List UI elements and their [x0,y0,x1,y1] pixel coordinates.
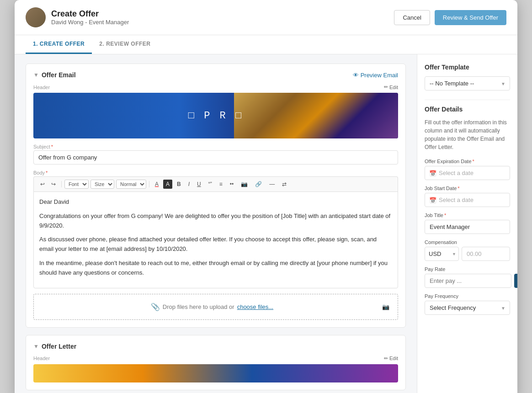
pay-frequency-label: Pay Frequency [425,293,510,299]
collapse-icon[interactable]: ▼ [33,72,39,78]
offer-letter-section: ▼ Offer Letter Header ✏ Edit [26,335,406,390]
expiration-required: * [473,159,474,164]
link-button[interactable]: 🔗 [252,180,265,189]
offer-letter-collapse-icon[interactable]: ▼ [33,343,39,350]
tab-create-offer[interactable]: 1. CREATE OFFER [26,35,92,54]
pay-rate-inputs: Choose... [425,274,510,288]
compensation-label: Compensation [425,239,510,245]
subject-input[interactable] [33,150,398,165]
body-field-row: Body * ↩ ↪ Font Size [33,170,398,288]
job-title-row: Job Title * [425,212,510,234]
body-required: * [46,170,48,175]
file-drop-zone[interactable]: 📎 Drop files here to upload or choose fi… [33,294,398,320]
offer-letter-header-label: Header [33,356,50,361]
pencil-icon-2: ✏ [384,356,388,361]
choose-files-link[interactable]: choose files... [237,303,274,310]
expiration-label: Offer Expiration Date * [425,159,510,164]
header-edit-button[interactable]: ✏ Edit [384,84,398,90]
job-start-date-input[interactable] [425,193,510,207]
review-send-button[interactable]: Review & Send Offer [435,10,506,25]
calendar-icon-1: 📅 [429,170,436,176]
expiration-date-row: Offer Expiration Date * 📅 [425,159,510,180]
job-title-label: Job Title * [425,212,510,218]
bold-button[interactable]: B [174,180,184,189]
job-title-input[interactable] [425,220,510,234]
image-button[interactable]: 📷 [238,180,250,189]
offer-template-block: Offer Template -- No Template -- [425,64,510,90]
expiration-date-input[interactable] [425,166,510,180]
email-header-image: □ P R □ [33,93,398,138]
city-background [234,93,398,138]
font-color-button[interactable]: A [152,180,161,189]
offer-letter-header-row: Header ✏ Edit [33,356,398,361]
blockquote-button[interactable]: “” [206,180,215,189]
pay-rate-input[interactable] [425,274,511,288]
subject-required: * [51,144,53,149]
body-label: Body * [33,170,398,175]
offer-letter-header: ▼ Offer Letter [33,343,398,350]
compensation-inputs: USD [425,247,510,261]
job-title-required: * [444,212,446,218]
pay-frequency-row: Pay Frequency Select Frequency [425,293,510,315]
offer-template-title: Offer Template [425,64,510,71]
offer-details-title: Offer Details [425,106,510,113]
redo-button[interactable]: ↪ [48,180,59,189]
template-select[interactable]: -- No Template -- [425,76,510,90]
opro-logo: □ P R □ [188,110,243,122]
pay-rate-label: Pay Rate [425,266,510,272]
offer-letter-title: ▼ Offer Letter [33,343,76,350]
job-start-label: Job Start Date * [425,186,510,191]
pay-frequency-select[interactable]: Select Frequency [425,301,510,315]
modal-title: Create Offer [51,9,129,19]
cancel-button[interactable]: Cancel [394,10,430,25]
job-start-required: * [458,186,459,191]
toolbar-divider-2 [149,181,149,187]
email-header-row: Header ✏ Edit [33,84,398,90]
hr-button[interactable]: ― [266,180,277,189]
modal-container: Create Offer David Wong - Event Manager … [15,0,517,393]
title-block: Create Offer David Wong - Event Manager [51,9,129,26]
pay-rate-row-wrapper: Pay Rate Choose... [425,266,510,288]
offer-details-desc: Fill out the offer information in this c… [425,118,510,151]
toolbar-divider-1 [61,181,62,187]
header-actions: Cancel Review & Send Offer [394,10,506,25]
eye-icon: 👁 [353,72,359,79]
rich-toolbar: ↩ ↪ Font Size Normal [33,176,398,191]
header-left: Create Offer David Wong - Event Manager [26,7,129,27]
main-content: ▼ Offer Email 👁 Preview Email Header ✏ E… [15,54,417,393]
preview-email-link[interactable]: 👁 Preview Email [353,72,398,79]
italic-button[interactable]: I [186,180,192,189]
font-select[interactable]: Font [64,180,89,189]
compensation-amount-input[interactable] [462,247,510,261]
offer-letter-edit-button[interactable]: ✏ Edit [384,356,398,361]
expiration-date-wrapper: 📅 [425,166,510,180]
tab-review-offer[interactable]: 2. REVIEW OFFER [92,35,158,54]
undo-redo-group: ↩ ↪ [37,180,59,189]
email-body-editor[interactable]: Dear David Congratulations on your offer… [33,191,398,288]
camera-icon[interactable]: 📷 [382,303,389,310]
align-button[interactable]: ⇄ [279,180,289,189]
modal-body: ▼ Offer Email 👁 Preview Email Header ✏ E… [15,54,517,393]
underline-button[interactable]: U [194,180,204,189]
format-select[interactable]: Normal [116,180,146,189]
currency-wrapper: USD [425,247,459,261]
ordered-list-button[interactable]: ≡ [217,180,225,189]
highlight-button[interactable]: A [163,180,172,189]
job-start-date-wrapper: 📅 [425,193,510,207]
unordered-list-button[interactable]: •• [227,180,236,189]
template-select-wrapper: -- No Template -- [425,76,510,90]
offer-letter-header-image [33,364,398,382]
calendar-icon-2: 📅 [429,196,436,203]
offer-email-title: ▼ Offer Email [33,71,76,79]
header-label: Header [33,85,50,90]
avatar-image [26,7,46,27]
modal-header: Create Offer David Wong - Event Manager … [15,0,517,35]
choose-pay-rate-button[interactable]: Choose... [514,274,517,288]
job-start-date-row: Job Start Date * 📅 [425,186,510,207]
size-select[interactable]: Size [90,180,114,189]
paperclip-icon: 📎 [151,303,160,311]
undo-button[interactable]: ↩ [37,180,48,189]
offer-email-section: ▼ Offer Email 👁 Preview Email Header ✏ E… [26,64,406,328]
pencil-icon: ✏ [384,84,388,90]
currency-select[interactable]: USD [425,247,459,261]
